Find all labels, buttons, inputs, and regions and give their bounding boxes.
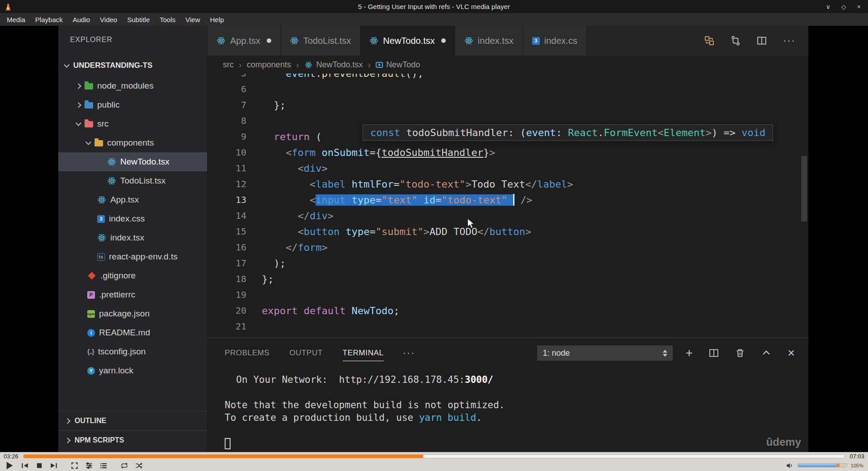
- menu-media[interactable]: Media: [2, 13, 30, 26]
- panel-tab-terminal[interactable]: TERMINAL: [343, 345, 384, 361]
- code-token: [262, 147, 286, 158]
- explorer-root-folder[interactable]: UNDERSTANDING-TS: [58, 57, 207, 74]
- code-text[interactable]: <div>: [262, 160, 328, 176]
- random-icon[interactable]: [135, 462, 143, 470]
- folder-icon: [85, 121, 93, 127]
- tab-todolist-tsx[interactable]: TodoList.tsx: [281, 26, 361, 56]
- code-text[interactable]: <input type="text" id="todo-text" />: [262, 192, 533, 208]
- tab-index-cs[interactable]: 3index.cs: [523, 26, 587, 56]
- fullscreen-icon[interactable]: [71, 462, 79, 470]
- previous-icon[interactable]: [21, 462, 29, 470]
- menu-view[interactable]: View: [180, 13, 205, 26]
- code-token: ;: [393, 305, 399, 316]
- code-token: =: [369, 226, 375, 237]
- maximize-icon[interactable]: ◇: [841, 3, 846, 10]
- menu-playback[interactable]: Playback: [30, 13, 68, 26]
- terminal-output[interactable]: On Your Network: http://192.168.178.45:3…: [208, 368, 808, 449]
- code-text[interactable]: };: [262, 271, 274, 287]
- panel-more-icon[interactable]: ···: [403, 347, 415, 359]
- code-text[interactable]: export default NewTodo;: [262, 303, 400, 319]
- close-icon[interactable]: ×: [857, 3, 861, 10]
- extended-settings-icon[interactable]: [85, 462, 93, 470]
- code-text[interactable]: return (: [262, 129, 321, 145]
- kill-terminal-icon[interactable]: [735, 348, 745, 358]
- editor-scrollbar[interactable]: [801, 156, 807, 221]
- tab-newtodo-tsx[interactable]: NewTodo.tsx: [360, 26, 455, 56]
- explorer-item-todolist-tsx[interactable]: TodoList.tsx: [58, 171, 207, 190]
- menu-tools[interactable]: Tools: [155, 13, 180, 26]
- split-terminal-icon[interactable]: [709, 348, 719, 358]
- explorer-item-app-tsx[interactable]: App.tsx: [58, 190, 207, 209]
- new-terminal-icon[interactable]: +: [685, 347, 693, 359]
- explorer-item-label: .prettierrc: [99, 290, 135, 300]
- section-outline[interactable]: OUTLINE: [58, 411, 207, 430]
- tab-index-tsx[interactable]: index.tsx: [455, 26, 523, 56]
- panel-tab-output[interactable]: OUTPUT: [289, 345, 322, 361]
- explorer-item-index-css[interactable]: 3index.css: [58, 209, 207, 228]
- play-icon[interactable]: [5, 461, 14, 471]
- code-text[interactable]: };: [262, 97, 286, 113]
- code-text[interactable]: </form>: [262, 240, 328, 255]
- code-editor[interactable]: 5 event.preventDefault();67 };89 return …: [208, 74, 808, 338]
- explorer-item-node-modules[interactable]: node_modules: [58, 76, 207, 95]
- explorer-item-public[interactable]: public: [58, 95, 207, 114]
- explorer-item-gitignore[interactable]: .gitignore: [58, 266, 207, 285]
- chevron-right-icon: [75, 83, 81, 89]
- explorer-item-yarn-lock[interactable]: Yyarn.lock: [58, 361, 207, 380]
- minimize-icon[interactable]: ∨: [826, 3, 830, 10]
- maximize-panel-icon[interactable]: [761, 348, 771, 358]
- seek-bar[interactable]: [23, 454, 845, 458]
- tooltip-token: ): [712, 127, 724, 138]
- menu-subtitle[interactable]: Subtitle: [122, 13, 155, 26]
- breadcrumb-item-src[interactable]: src: [223, 60, 234, 70]
- speaker-icon[interactable]: [786, 462, 794, 470]
- breadcrumb-item-newtodo-tsx[interactable]: NewTodo.tsx: [304, 60, 363, 70]
- code-text[interactable]: );: [262, 255, 286, 271]
- volume-slider[interactable]: [797, 463, 847, 467]
- explorer-item-newtodo-tsx[interactable]: NewTodo.tsx: [58, 152, 207, 171]
- open-changes-icon[interactable]: [704, 36, 714, 46]
- explorer-item-prettierrc[interactable]: P.prettierrc: [58, 285, 207, 304]
- loop-icon[interactable]: [120, 462, 128, 470]
- more-actions-icon[interactable]: ···: [783, 35, 796, 47]
- hover-tooltip: const todoSubmitHandler: (event: React.F…: [363, 124, 773, 141]
- explorer-item-package-json[interactable]: npmpackage.json: [58, 304, 207, 323]
- code-text[interactable]: <label htmlFor="todo-text">Todo Text</la…: [262, 176, 573, 192]
- code-text[interactable]: <button type="submit">ADD TODO</button>: [262, 224, 531, 240]
- next-icon[interactable]: [50, 462, 58, 470]
- panel-tab-problems[interactable]: PROBLEMS: [225, 345, 269, 361]
- explorer-item-src[interactable]: src: [58, 114, 207, 133]
- close-panel-icon[interactable]: ×: [788, 347, 795, 359]
- breadcrumb-item-newtodo[interactable]: NewTodo: [376, 60, 420, 70]
- code-token: button: [304, 226, 340, 237]
- menu-help[interactable]: Help: [205, 13, 229, 26]
- playlist-icon[interactable]: [99, 462, 108, 470]
- code-line: 15 <button type="submit">ADD TODO</butto…: [208, 224, 808, 240]
- code-token: form: [297, 242, 321, 253]
- terminal-line: [225, 386, 808, 399]
- explorer-item-react-app-env-d-ts[interactable]: tsreact-app-env.d.ts: [58, 247, 207, 266]
- section-npm-scripts[interactable]: NPM SCRIPTS: [58, 430, 207, 450]
- tab-label: index.tsx: [478, 36, 514, 46]
- terminal-select[interactable]: 1: node: [537, 345, 673, 361]
- split-editor-icon[interactable]: [757, 36, 767, 46]
- breadcrumb-item-components[interactable]: components: [247, 60, 291, 70]
- explorer-item-index-tsx[interactable]: index.tsx: [58, 228, 207, 247]
- code-token: "submit": [376, 226, 424, 237]
- code-line: 17 );: [208, 255, 808, 271]
- explorer-item-tsconfig-json[interactable]: {..}tsconfig.json: [58, 342, 207, 361]
- code-text[interactable]: event.preventDefault();: [262, 74, 424, 81]
- menu-audio[interactable]: Audio: [68, 13, 95, 26]
- code-text[interactable]: <form onSubmit={todoSubmitHandler}>: [262, 145, 495, 160]
- terminal-text: .: [476, 412, 482, 423]
- git-compare-icon[interactable]: [731, 36, 741, 46]
- tab-app-tsx[interactable]: App.tsx: [208, 26, 281, 56]
- video-area[interactable]: EXPLORER UNDERSTANDING-TS node_modulespu…: [0, 26, 868, 452]
- stop-icon[interactable]: [35, 462, 43, 470]
- code-token: export: [262, 305, 297, 316]
- code-text[interactable]: </div>: [262, 208, 334, 224]
- breadcrumb-separator-icon: ›: [239, 60, 242, 70]
- explorer-item-components[interactable]: components: [58, 133, 207, 152]
- menu-video[interactable]: Video: [95, 13, 122, 26]
- explorer-item-readme-md[interactable]: iREADME.md: [58, 323, 207, 342]
